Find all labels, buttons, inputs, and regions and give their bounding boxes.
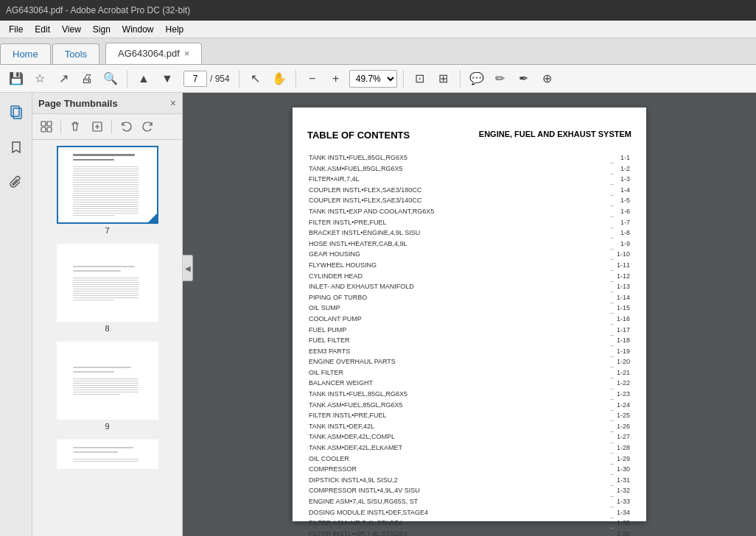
toolbar-sep-4 [403, 70, 404, 88]
toolbar-sep-1 [127, 70, 127, 88]
cursor-tool-button[interactable]: ↖ [245, 68, 266, 89]
toc-entry-page: 1-26 [614, 421, 631, 432]
toc-entry-page: 1-12 [614, 271, 631, 282]
tab-home[interactable]: Home [0, 43, 51, 64]
thumb-redo-button[interactable] [139, 117, 158, 136]
menu-help[interactable]: Help [160, 23, 190, 36]
toc-row: TANK ASM•FUEL,85GL,RG6X51-24 [307, 400, 631, 411]
pages-icon-button[interactable] [3, 99, 29, 125]
thumbnail-item-8[interactable]: 8 [57, 244, 158, 333]
toc-entry-text: ENGINE ASM•7,4L SISU,RG65S, ST [307, 496, 611, 507]
toc-entry-text: INLET- AND EXHAUST MANIFOLD [307, 281, 611, 292]
toc-entry-text: FILTER INSTL•PRE,FUEL [307, 410, 611, 421]
toc-entry-page: 1-24 [614, 400, 631, 411]
toc-section-title: ENGINE, FUEL AND EXHAUST SYSTEM [479, 130, 631, 141]
share-button[interactable]: ↗ [53, 68, 74, 89]
zoom-select[interactable]: 49.7% 25% 50% 75% 100% 150% [349, 70, 397, 88]
comment-button[interactable]: 💬 [466, 68, 487, 89]
pdf-page: TABLE OF CONTENTS ENGINE, FUEL AND EXHAU… [293, 107, 646, 521]
toc-entry-text: COUPLER INSTL•FLEX,SAE3/180CC [307, 185, 611, 196]
toc-entry-text: TANK INSTL•FUEL,85GL,RG6X5 [307, 152, 611, 163]
fit-page-button[interactable]: ⊡ [410, 68, 430, 89]
toc-row: FILTER INSTL•AIR,7,4L,STAGE41-36 [307, 529, 631, 536]
toc-entry-page: 1-27 [614, 431, 631, 442]
zoom-plus-button[interactable]: + [326, 68, 346, 89]
toc-entry-page: 1-29 [614, 454, 631, 465]
tabbar: Home Tools AG643064.pdf × [0, 38, 756, 65]
toc-entry-text: TANK INSTL•EXP AND COOLANT,RG6X5 [307, 206, 611, 217]
collapse-sidebar-button[interactable]: ◀ [183, 255, 193, 281]
toc-row: FUEL FILTER1-18 [307, 335, 631, 346]
page-number-input[interactable]: 7 [183, 71, 207, 87]
page-down-button[interactable]: ▼ [157, 68, 178, 89]
pen-button[interactable]: ✏ [490, 68, 511, 89]
thumbnail-close-button[interactable]: × [170, 97, 176, 109]
attachment-icon-button[interactable] [3, 169, 29, 196]
page-up-button[interactable]: ▲ [133, 68, 154, 89]
toc-row: BRACKET INSTL•ENGINE,4,9L SISU1-8 [307, 228, 631, 239]
menu-edit[interactable]: Edit [29, 23, 56, 36]
toc-entry-text: TANK ASM•DEF,42L,ELKAMET [307, 442, 611, 454]
thumbnail-image-7 [57, 146, 158, 224]
thumbnail-label-8: 8 [105, 324, 109, 333]
thumb-insert-button[interactable] [88, 117, 107, 136]
toc-entry-page: 1-23 [614, 389, 631, 400]
thumb-delete-button[interactable] [66, 117, 85, 136]
thumbnail-label-7: 7 [105, 226, 109, 235]
toc-row: DIPSTICK INSTL•4,9L SISU,21-31 [307, 475, 631, 486]
menu-view[interactable]: View [56, 23, 87, 36]
snap-button[interactable]: ⊞ [433, 68, 454, 89]
thumbnail-image-8 [57, 244, 158, 322]
bookmark-button[interactable]: ☆ [29, 68, 50, 89]
toc-entry-page: 1-34 [614, 507, 631, 518]
toc-row: TANK INSTL•DEF,42L1-26 [307, 421, 631, 432]
sign-button[interactable]: ✒ [514, 68, 534, 89]
menu-file[interactable]: File [3, 23, 29, 36]
hand-tool-button[interactable]: ✋ [269, 68, 290, 89]
tab-tools[interactable]: Tools [52, 43, 99, 64]
toc-entry-page: 1-22 [614, 378, 631, 389]
toc-entry-text: FUEL FILTER [307, 335, 611, 346]
toc-row: FILTER INSTL•PRE,FUEL1-7 [307, 217, 631, 228]
toc-entry-page: 1-36 [614, 529, 631, 536]
toc-row: FILTER ASM•AIR,7,4L,STAGE41-35 [307, 518, 631, 529]
tab-file[interactable]: AG643064.pdf × [105, 43, 202, 64]
toc-entry-page: 1-33 [614, 496, 631, 507]
toc-row: TANK INSTL•EXP AND COOLANT,RG6X51-6 [307, 206, 631, 217]
thumb-undo-button[interactable] [116, 117, 136, 136]
thumb-toolbar-sep-2 [111, 119, 112, 134]
menu-window[interactable]: Window [116, 23, 160, 36]
toc-row: FILTER INSTL•PRE,FUEL1-25 [307, 410, 631, 421]
toc-row: CYLINDER HEAD1-12 [307, 271, 631, 282]
print-button[interactable]: 🖨 [77, 68, 97, 89]
toc-entry-page: 1-11 [614, 260, 631, 271]
thumbnail-item-7[interactable]: 7 [57, 146, 158, 235]
toc-entry-text: BALANCER WEIGHT [307, 378, 611, 389]
menu-sign[interactable]: Sign [87, 23, 116, 36]
thumbnail-panel-header: Page Thumbnails × [32, 93, 182, 114]
svg-rect-5 [47, 127, 52, 132]
toc-row: TANK ASM•FUEL,85GL,RG6X51-2 [307, 163, 631, 174]
toolbar: 💾 ☆ ↗ 🖨 🔍 ▲ ▼ 7 / 954 ↖ ✋ − + 49.7% 25% … [0, 65, 756, 93]
toc-header: TABLE OF CONTENTS ENGINE, FUEL AND EXHAU… [307, 130, 631, 144]
toc-entry-text: OIL FILTER [307, 367, 611, 378]
bookmark-icon-button[interactable] [3, 134, 29, 161]
toc-entry-text: CYLINDER HEAD [307, 271, 611, 282]
zoom-minus-button[interactable]: − [302, 68, 323, 89]
toc-entry-page: 1-9 [614, 239, 631, 250]
thumbnail-item-9[interactable]: 9 [57, 342, 158, 431]
toc-entry-page: 1-5 [614, 195, 631, 206]
toc-entry-text: OIL SUMP [307, 303, 611, 314]
thumbnail-toolbar [32, 114, 182, 140]
thumb-layout-button[interactable] [37, 117, 56, 136]
toc-entry-text: BRACKET INSTL•ENGINE,4,9L SISU [307, 228, 611, 239]
thumbnail-item-10[interactable] [57, 440, 158, 469]
zoom-out-button[interactable]: 🔍 [100, 68, 121, 89]
toc-row: ENGINE OVERHAUL PARTS1-20 [307, 356, 631, 367]
toc-row: OIL COOLER1-29 [307, 454, 631, 465]
toc-row: TANK INSTL•FUEL,85GL,RG6X51-1 [307, 152, 631, 163]
tab-close-button[interactable]: × [184, 49, 189, 59]
save-button[interactable]: 💾 [6, 68, 27, 89]
toc-entry-page: 1-6 [614, 206, 631, 217]
more-tools-button[interactable]: ⊕ [537, 68, 558, 89]
